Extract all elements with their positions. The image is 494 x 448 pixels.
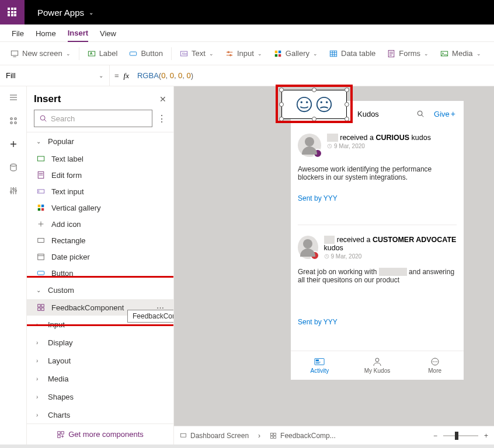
text-menu-button[interactable]: Abc Text⌄ <box>174 42 220 65</box>
property-selector[interactable]: Fill ⌄ <box>0 65 110 86</box>
annotation-highlight <box>276 85 353 123</box>
svg-rect-57 <box>316 359 319 361</box>
import-icon <box>57 430 65 439</box>
form-icon <box>36 170 46 180</box>
item-edit-form[interactable]: Edit form <box>27 167 173 183</box>
label-button[interactable]: Label <box>82 42 124 65</box>
hamburger-icon[interactable] <box>8 92 19 103</box>
plus-icon: + <box>451 109 455 118</box>
label-icon <box>88 50 96 58</box>
search-icon <box>39 114 47 123</box>
svg-rect-41 <box>38 239 44 243</box>
svg-rect-12 <box>275 54 277 56</box>
group-charts[interactable]: ›Charts <box>27 406 173 424</box>
chevron-right-icon: › <box>36 412 42 418</box>
item-rectangle[interactable]: Rectangle <box>27 232 173 249</box>
search-icon[interactable] <box>416 110 425 118</box>
svg-rect-48 <box>41 308 44 310</box>
item-button[interactable]: Button <box>27 265 173 281</box>
app-launcher-button[interactable] <box>0 0 25 24</box>
close-panel-button[interactable]: ✕ <box>159 94 166 104</box>
group-media[interactable]: ›Media <box>27 370 173 388</box>
kudos-post: xxx received a CURIOUS kudos 9 Mar, 2020… <box>298 127 457 212</box>
textinput-icon <box>36 187 46 196</box>
forms-menu-button[interactable]: Forms⌄ <box>381 42 434 65</box>
item-add-icon[interactable]: Add icon <box>27 216 173 232</box>
insert-rail-icon[interactable] <box>8 139 19 149</box>
zoom-slider[interactable] <box>443 435 478 436</box>
breadcrumb-screen[interactable]: Dashboard Screen <box>180 432 249 440</box>
chevron-right-icon: › <box>36 376 42 382</box>
zoom-out-button[interactable]: − <box>433 432 437 440</box>
item-date-picker[interactable]: Date picker <box>27 249 173 265</box>
plus-icon <box>36 219 46 229</box>
menu-view[interactable]: View <box>100 29 116 41</box>
menu-home[interactable]: Home <box>36 29 56 41</box>
chevron-right-icon: › <box>36 394 42 400</box>
menu-file[interactable]: File <box>12 29 24 41</box>
svg-point-64 <box>436 361 437 362</box>
svg-rect-72 <box>271 433 273 435</box>
item-text-label[interactable]: Text label <box>27 150 173 167</box>
clock-icon <box>327 144 332 149</box>
new-screen-button[interactable]: New screen⌄ <box>5 42 76 65</box>
app-switcher-chevron-icon[interactable]: ⌄ <box>89 9 93 16</box>
tree-view-icon[interactable] <box>8 116 19 126</box>
zoom-in-button[interactable]: + <box>484 432 488 440</box>
group-custom[interactable]: ⌄Custom <box>27 281 173 299</box>
app-title: Power Apps <box>37 8 84 18</box>
svg-rect-75 <box>274 436 276 438</box>
svg-point-27 <box>12 188 14 190</box>
chevron-right-icon: › <box>36 321 42 328</box>
menu-insert[interactable]: Insert <box>68 29 88 42</box>
sent-by-link[interactable]: Sent by YYY <box>298 194 457 202</box>
svg-rect-10 <box>275 50 277 52</box>
svg-rect-71 <box>181 433 186 437</box>
svg-rect-14 <box>330 51 336 57</box>
svg-rect-74 <box>271 436 273 438</box>
search-input[interactable]: Search <box>34 110 152 127</box>
chevron-down-icon: ⌄ <box>424 51 429 57</box>
button-insert-button[interactable]: Button <box>123 42 169 65</box>
formula-input[interactable]: RGBA(0, 0, 0, 0) <box>134 71 494 80</box>
nav-activity[interactable]: Activity <box>291 351 349 380</box>
tooltip: FeedbackComponent <box>127 310 173 323</box>
svg-text:Abc: Abc <box>182 51 187 55</box>
data-rail-icon[interactable] <box>8 162 19 173</box>
nav-my-kudos[interactable]: My Kudos <box>349 351 406 380</box>
waffle-icon <box>8 8 17 17</box>
gallery-icon <box>274 50 282 58</box>
group-shapes[interactable]: ›Shapes <box>27 388 173 406</box>
advanced-rail-icon[interactable] <box>8 186 19 196</box>
group-layout[interactable]: ›Layout <box>27 352 173 370</box>
group-display[interactable]: ›Display <box>27 334 173 352</box>
chevron-down-icon: ⌄ <box>36 287 42 293</box>
component-icon <box>36 303 46 312</box>
input-menu-button[interactable]: Input⌄ <box>220 42 268 65</box>
group-popular[interactable]: ⌄Popular <box>27 132 173 150</box>
item-vertical-gallery[interactable]: Vertical gallery <box>27 200 173 216</box>
breadcrumb-component[interactable]: FeedbackComp... <box>270 432 336 440</box>
panel-more-button[interactable]: ⋮ <box>157 113 166 124</box>
media-menu-button[interactable]: Media⌄ <box>434 42 486 65</box>
svg-rect-49 <box>58 431 60 433</box>
chevron-down-icon: ⌄ <box>209 51 214 57</box>
svg-point-25 <box>11 164 16 166</box>
get-more-components-button[interactable]: Get more components <box>27 424 173 444</box>
gallery-menu-button[interactable]: Gallery⌄ <box>268 42 323 65</box>
nav-more[interactable]: More <box>406 351 464 380</box>
svg-rect-37 <box>38 205 40 207</box>
svg-rect-50 <box>61 431 64 433</box>
button-icon <box>129 50 137 58</box>
item-text-input[interactable]: Text input <box>27 183 173 200</box>
give-button[interactable]: Give + <box>434 109 455 118</box>
label-icon <box>36 154 46 163</box>
svg-rect-47 <box>38 308 40 310</box>
chevron-right-icon: › <box>36 358 42 364</box>
sent-by-link[interactable]: Sent by YYY <box>298 318 457 326</box>
datatable-button[interactable]: Data table <box>323 42 381 65</box>
svg-rect-45 <box>38 304 40 307</box>
svg-line-53 <box>422 115 423 117</box>
svg-rect-39 <box>38 208 40 211</box>
rectangle-icon <box>36 236 46 245</box>
